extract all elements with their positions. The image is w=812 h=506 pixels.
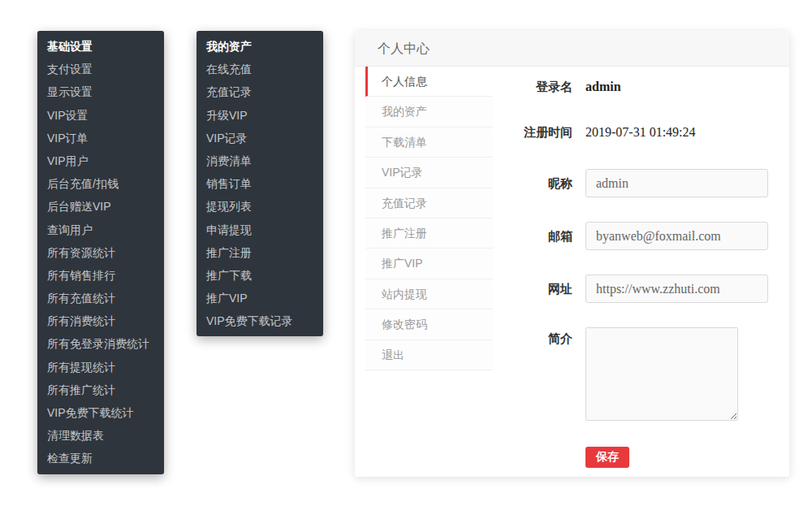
menu-item-promotion-download[interactable]: 推广下载: [197, 264, 323, 287]
personal-center-panel: 个人中心 个人信息 我的资产 下载清单 VIP记录 充值记录 推广注册 推广VI…: [355, 31, 789, 477]
save-button[interactable]: 保存: [585, 447, 629, 468]
menu-item-all-resource-stats[interactable]: 所有资源统计: [37, 241, 164, 264]
nickname-input[interactable]: [585, 169, 768, 197]
email-label: 邮箱: [499, 222, 572, 250]
menu-item-admin-gift-vip[interactable]: 后台赠送VIP: [37, 195, 164, 218]
website-label: 网址: [499, 275, 572, 303]
menu-item-all-recharge-stats[interactable]: 所有充值统计: [37, 287, 164, 309]
menu-item-all-sales-ranking[interactable]: 所有销售排行: [37, 264, 164, 287]
tab-change-password[interactable]: 修改密码: [365, 309, 493, 339]
intro-label: 简介: [499, 327, 572, 421]
menu-item-vip-users[interactable]: VIP用户: [37, 149, 164, 172]
tab-recharge-records[interactable]: 充值记录: [365, 188, 493, 218]
tab-logout[interactable]: 退出: [365, 340, 493, 370]
tab-promotion-register[interactable]: 推广注册: [365, 218, 493, 249]
menu-item-query-users[interactable]: 查询用户: [37, 218, 164, 241]
menu-item-vip-records[interactable]: VIP记录: [197, 127, 323, 149]
tab-site-withdraw[interactable]: 站内提现: [365, 279, 493, 309]
menu-item-all-consumption-stats[interactable]: 所有消费统计: [37, 309, 164, 332]
menu-item-vip-settings[interactable]: VIP设置: [37, 104, 164, 127]
profile-tab-list: 个人信息 我的资产 下载清单 VIP记录 充值记录 推广注册 推广VIP 站内提…: [355, 67, 493, 476]
menu-item-vip-free-download-records[interactable]: VIP免费下载记录: [197, 309, 323, 332]
website-input[interactable]: [585, 275, 768, 303]
menu-item-basic-settings[interactable]: 基础设置: [37, 35, 164, 58]
menu-item-apply-withdraw[interactable]: 申请提现: [197, 218, 323, 241]
menu-item-recharge-records[interactable]: 充值记录: [197, 80, 323, 103]
tab-vip-records[interactable]: VIP记录: [365, 158, 493, 188]
menu-item-consumption-list[interactable]: 消费清单: [197, 149, 323, 172]
basic-settings-menu: 基础设置 支付设置 显示设置 VIP设置 VIP订单 VIP用户 后台充值/扣钱…: [37, 31, 164, 474]
tab-my-assets[interactable]: 我的资产: [365, 97, 493, 127]
menu-item-vip-orders[interactable]: VIP订单: [37, 127, 164, 149]
menu-item-all-nologin-consumption-stats[interactable]: 所有免登录消费统计: [37, 332, 164, 355]
menu-item-payment-settings[interactable]: 支付设置: [37, 58, 164, 80]
menu-item-all-promotion-stats[interactable]: 所有推广统计: [37, 378, 164, 401]
menu-item-promotion-vip[interactable]: 推广VIP: [197, 287, 323, 309]
tab-personal-info[interactable]: 个人信息: [365, 67, 493, 97]
tab-download-list[interactable]: 下载清单: [365, 128, 493, 158]
login-name-label: 登录名: [499, 78, 572, 96]
menu-item-online-recharge[interactable]: 在线充值: [197, 58, 323, 80]
menu-item-check-update[interactable]: 检查更新: [37, 447, 164, 469]
menu-item-my-assets[interactable]: 我的资产: [197, 35, 323, 58]
page-title: 个人中心: [355, 31, 789, 67]
my-assets-menu: 我的资产 在线充值 充值记录 升级VIP VIP记录 消费清单 销售订单 提现列…: [197, 31, 323, 336]
register-time-value: 2019-07-31 01:49:24: [585, 123, 696, 141]
login-name-value: admin: [585, 78, 621, 96]
menu-item-sales-orders[interactable]: 销售订单: [197, 172, 323, 195]
menu-item-upgrade-vip[interactable]: 升级VIP: [197, 104, 323, 127]
menu-item-withdraw-list[interactable]: 提现列表: [197, 195, 323, 218]
menu-item-display-settings[interactable]: 显示设置: [37, 80, 164, 103]
menu-item-admin-recharge-deduct[interactable]: 后台充值/扣钱: [37, 172, 164, 195]
menu-item-vip-free-download-stats[interactable]: VIP免费下载统计: [37, 401, 164, 424]
personal-info-form: 登录名 admin 注册时间 2019-07-31 01:49:24 昵称 邮箱…: [493, 67, 789, 476]
intro-textarea[interactable]: [585, 327, 738, 421]
tab-promotion-vip[interactable]: 推广VIP: [365, 249, 493, 279]
menu-item-promotion-register[interactable]: 推广注册: [197, 241, 323, 264]
register-time-label: 注册时间: [499, 123, 572, 141]
email-input[interactable]: [585, 222, 768, 250]
menu-item-clean-database[interactable]: 清理数据表: [37, 424, 164, 447]
nickname-label: 昵称: [499, 169, 572, 197]
menu-item-all-withdraw-stats[interactable]: 所有提现统计: [37, 356, 164, 378]
